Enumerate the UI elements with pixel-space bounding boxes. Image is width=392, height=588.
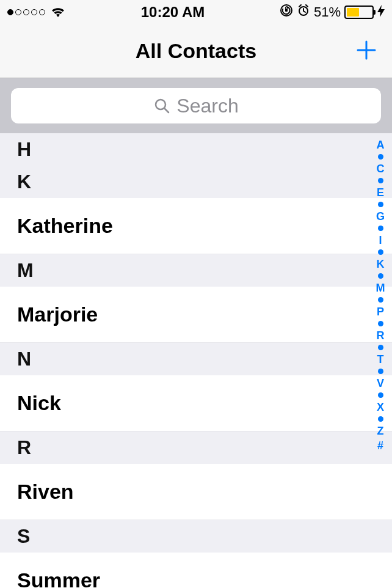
contact-row[interactable]: Katherine: [0, 198, 392, 254]
index-letter[interactable]: K: [377, 259, 385, 270]
battery-icon: [344, 5, 385, 20]
section-header: N: [0, 343, 392, 375]
charging-icon: [377, 5, 385, 20]
nav-bar: All Contacts: [0, 24, 392, 78]
index-letter[interactable]: T: [377, 354, 384, 365]
battery-percentage: 51%: [314, 4, 341, 20]
svg-rect-1: [285, 9, 288, 12]
index-dot[interactable]: [378, 178, 383, 183]
index-letter[interactable]: I: [379, 235, 382, 246]
index-letter[interactable]: R: [377, 330, 385, 341]
add-contact-button[interactable]: [354, 38, 379, 65]
rotation-lock-icon: [280, 4, 293, 21]
index-letter[interactable]: E: [377, 187, 384, 198]
index-letter[interactable]: M: [376, 282, 385, 293]
search-icon: [153, 97, 170, 114]
index-dot[interactable]: [378, 249, 383, 255]
contact-row[interactable]: Riven: [0, 464, 392, 520]
index-letter[interactable]: #: [377, 440, 383, 451]
index-letter[interactable]: V: [377, 378, 384, 389]
page-title: All Contacts: [136, 39, 256, 63]
contacts-list[interactable]: HKKatherineMMarjorieNNickRRivenSSummer: [0, 133, 392, 588]
index-dot[interactable]: [378, 345, 383, 350]
search-area: Search: [0, 78, 392, 133]
index-dot[interactable]: [378, 369, 383, 374]
index-letter[interactable]: Z: [377, 425, 384, 436]
index-letter[interactable]: P: [377, 306, 384, 317]
status-time: 10:20 AM: [141, 4, 205, 21]
status-left: [7, 6, 66, 18]
index-dot[interactable]: [378, 202, 383, 207]
alarm-icon: [297, 4, 310, 21]
section-header: M: [0, 254, 392, 287]
contact-row[interactable]: Marjorie: [0, 287, 392, 343]
contact-row[interactable]: Summer: [0, 553, 392, 588]
index-dot[interactable]: [378, 321, 383, 326]
index-dot[interactable]: [378, 273, 383, 279]
index-dot[interactable]: [378, 154, 383, 160]
section-header: R: [0, 432, 392, 464]
search-input[interactable]: Search: [11, 88, 381, 123]
index-dot[interactable]: [378, 297, 383, 303]
index-dot[interactable]: [378, 392, 383, 398]
index-letter[interactable]: A: [377, 139, 385, 150]
search-placeholder: Search: [176, 95, 238, 117]
index-letter[interactable]: G: [376, 211, 385, 222]
status-bar: 10:20 AM 51%: [0, 0, 392, 24]
status-right: 51%: [280, 4, 385, 21]
alphabet-index[interactable]: ACEGIKMPRTVXZ#: [372, 139, 388, 451]
index-dot[interactable]: [378, 416, 383, 422]
section-header: K: [0, 166, 392, 198]
index-letter[interactable]: C: [377, 163, 385, 174]
index-letter[interactable]: X: [377, 402, 384, 413]
wifi-icon: [50, 6, 66, 18]
section-header: S: [0, 520, 392, 553]
section-header: H: [0, 133, 392, 166]
contact-row[interactable]: Nick: [0, 375, 392, 432]
index-dot[interactable]: [378, 226, 383, 231]
signal-strength-icon: [7, 9, 45, 15]
